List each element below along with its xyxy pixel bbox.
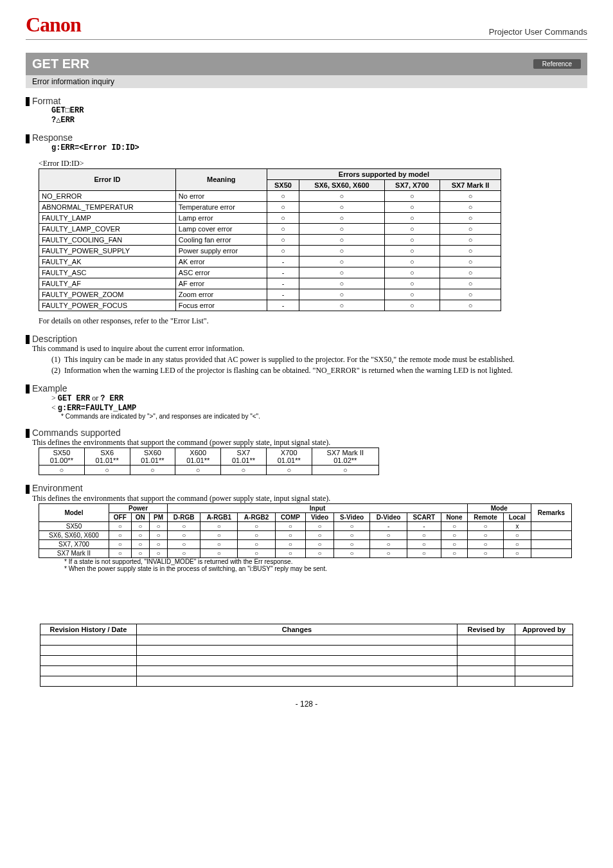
rev-col-revised: Revised by xyxy=(458,624,515,635)
env-col-dvideo: D-Video xyxy=(370,512,407,521)
example-cmd-1: GET ERR xyxy=(58,394,90,403)
description-item-1: (1) This inquiry can be made in any stat… xyxy=(51,355,587,365)
rev-row xyxy=(40,655,573,665)
env-row: SX50○○○○○○○○○--○○x xyxy=(39,521,572,530)
env-col-argb2: A-RGB2 xyxy=(238,512,275,521)
example-line-2: < g:ERR=FAULTY_LAMP xyxy=(51,403,587,413)
commands-intro: This defines the environments that suppo… xyxy=(32,438,587,448)
env-col-video: Video xyxy=(306,512,334,521)
example-heading-text: Example xyxy=(32,383,67,393)
env-footnote-2: * When the power supply state is in the … xyxy=(64,565,587,572)
col-models-top: Errors supported by model xyxy=(267,168,501,179)
format-heading-text: Format xyxy=(32,96,60,106)
cmd-supp-cell: ○ xyxy=(84,466,130,475)
env-footnote-1: * If a state is not supported, "INVALID_… xyxy=(64,558,587,565)
command-title-bar: GET ERR Reference xyxy=(26,53,587,75)
col-sx6: SX6, SX60, X600 xyxy=(299,179,385,190)
format-line-2: ?△ERR xyxy=(51,115,587,125)
env-col-drgb: D-RGB xyxy=(168,512,200,521)
env-row: SX7, X700○○○○○○○○○○○○○○ xyxy=(39,539,572,548)
cmd-head-cell: SX701.01** xyxy=(221,448,267,466)
env-col-comp: COMP xyxy=(275,512,306,521)
example-line-1: > GET ERR or ? ERR xyxy=(51,393,587,403)
col-sx50: SX50 xyxy=(267,179,299,190)
env-col-none: None xyxy=(441,512,467,521)
cmd-supp-cell: ○ xyxy=(266,466,312,475)
environment-heading: Environment xyxy=(26,483,587,493)
error-table: Error ID Meaning Errors supported by mod… xyxy=(39,168,501,311)
error-row: FAULTY_LAMP_COVERLamp cover error○○○○ xyxy=(39,223,501,234)
error-row: FAULTY_AFAF error-○○○ xyxy=(39,278,501,289)
env-col-local: Local xyxy=(504,512,531,521)
env-col-remarks: Remarks xyxy=(531,503,571,521)
environment-table: Model Power Input Mode Remarks OFF ON PM… xyxy=(39,503,572,558)
error-id-caption: <Error ID:ID> xyxy=(39,159,587,168)
env-row: SX7 Mark II○○○○○○○○○○○○○○ xyxy=(39,548,572,557)
commands-table: SX5001.00**SX601.01**SX6001.01**X60001.0… xyxy=(39,448,379,475)
cmd-head-cell: SX5001.00** xyxy=(39,448,85,466)
rev-row xyxy=(40,635,573,645)
description-intro: This command is used to inquire about th… xyxy=(32,344,587,354)
reference-badge: Reference xyxy=(533,59,581,69)
error-row: FAULTY_AKAK error-○○○ xyxy=(39,256,501,267)
error-row: FAULTY_COOLING_FANCooling fan error○○○○ xyxy=(39,234,501,245)
description-item-2: (2) Information when the warning LED of … xyxy=(51,366,587,375)
env-col-scart: SCART xyxy=(407,512,441,521)
rev-row xyxy=(40,665,573,676)
rev-row xyxy=(40,676,573,686)
example-prompt-1: > xyxy=(51,393,58,402)
env-col-model: Model xyxy=(39,503,109,521)
example-heading: Example xyxy=(26,383,587,393)
format-heading: Format xyxy=(26,96,587,106)
response-note: For details on other responses, refer to… xyxy=(39,316,587,326)
error-row: ABNORMAL_TEMPERATURTemperature error○○○○ xyxy=(39,201,501,212)
format-line-1: GET□ERR xyxy=(51,106,587,115)
env-col-mode: Mode xyxy=(468,503,531,512)
response-heading-text: Response xyxy=(32,132,73,143)
description-item-1-text: This inquiry can be made in any status p… xyxy=(64,355,515,364)
doc-title: Projector User Commands xyxy=(489,27,587,37)
error-row: FAULTY_POWER_FOCUSFocus error-○○○ xyxy=(39,300,501,311)
description-heading-text: Description xyxy=(32,334,77,344)
response-heading: Response xyxy=(26,132,587,143)
command-name: GET ERR xyxy=(32,57,89,71)
rev-row xyxy=(40,645,573,655)
rev-col-changes: Changes xyxy=(137,624,458,635)
environment-heading-text: Environment xyxy=(32,483,83,493)
revision-table: Revision History / Date Changes Revised … xyxy=(40,624,573,687)
command-subtitle: Error information inquiry xyxy=(26,75,587,88)
error-row: FAULTY_ASCASC error-○○○ xyxy=(39,267,501,278)
cmd-supp-cell: ○ xyxy=(175,466,221,475)
col-sx7: SX7, X700 xyxy=(384,179,440,190)
error-row: FAULTY_POWER_SUPPLYPower supply error○○○… xyxy=(39,245,501,256)
env-col-remote: Remote xyxy=(468,512,504,521)
rev-col-approved: Approved by xyxy=(515,624,573,635)
response-line: g:ERR=<Error ID:ID> xyxy=(51,143,587,152)
rev-col-history: Revision History / Date xyxy=(40,624,137,635)
example-note: * Commands are indicated by ">", and res… xyxy=(61,413,587,420)
cmd-supp-cell: ○ xyxy=(312,466,378,475)
example-cmd-2: ? ERR xyxy=(100,394,123,403)
commands-heading-text: Commands supported xyxy=(32,428,121,438)
page-header: Canon Projector User Commands xyxy=(26,13,587,40)
env-row: SX6, SX60, X600○○○○○○○○○○○○○○ xyxy=(39,530,572,539)
example-resp: g:ERR=FAULTY_LAMP xyxy=(58,404,136,413)
example-or: or xyxy=(90,393,100,402)
env-col-svideo: S-Video xyxy=(333,512,370,521)
env-col-power: Power xyxy=(109,503,167,512)
error-row: FAULTY_LAMPLamp error○○○○ xyxy=(39,212,501,223)
env-col-input: Input xyxy=(168,503,468,512)
description-item-2-text: Information when the warning LED of the … xyxy=(64,366,513,375)
cmd-supp-cell: ○ xyxy=(130,466,175,475)
error-row: FAULTY_POWER_ZOOMZoom error-○○○ xyxy=(39,289,501,300)
cmd-head-cell: SX7 Mark II01.02** xyxy=(312,448,378,466)
description-heading: Description xyxy=(26,334,587,344)
col-sx7m2: SX7 Mark II xyxy=(440,179,501,190)
cmd-head-cell: X60001.01** xyxy=(175,448,221,466)
commands-heading: Commands supported xyxy=(26,428,587,438)
error-row: NO_ERRORNo error○○○○ xyxy=(39,190,501,201)
environment-intro: This defines the environments that suppo… xyxy=(32,494,587,503)
col-error-id: Error ID xyxy=(39,168,176,190)
cmd-head-cell: SX601.01** xyxy=(84,448,130,466)
env-col-on: ON xyxy=(131,512,149,521)
